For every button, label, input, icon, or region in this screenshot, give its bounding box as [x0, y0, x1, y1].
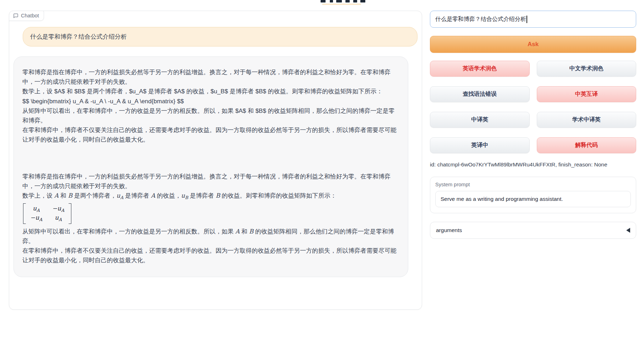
message-copy-gap — [22, 145, 399, 172]
bot-answer-raw: 零和博弈是指在博弈中，一方的利益损失必然等于另一方的利益增益。换言之，对于每一种… — [22, 67, 399, 145]
system-prompt-input[interactable]: Serve me as a writing and programming as… — [435, 191, 631, 207]
chatbot-label-text: Chatbot — [21, 13, 39, 18]
arguments-accordion-label: arguments — [436, 227, 462, 233]
text-caret — [526, 16, 527, 23]
matrix-cell: uA — [52, 214, 64, 223]
matrix-cell: −uA — [52, 204, 64, 214]
action-button-7[interactable]: 英译中 — [430, 137, 530, 153]
user-message-text: 什么是零和博弈？结合公式介绍分析 — [30, 33, 127, 40]
matrix-right-bracket — [69, 203, 71, 224]
action-button-6[interactable]: 学术中译英 — [537, 112, 637, 128]
action-button-grid: 英语学术润色中文学术润色查找语法错误中英互译中译英学术中译英英译中解释代码 — [430, 61, 636, 153]
user-message-bubble: 什么是零和博弈？结合公式介绍分析 — [23, 27, 417, 46]
bot-raw-paragraph: 从矩阵中可以看出，在零和博弈中，一方的收益是另一方的相反数。所以，如果 $A$ … — [22, 106, 399, 125]
chat-scroll-area[interactable]: 什么是零和博弈？结合公式介绍分析 零和博弈是指在博弈中，一方的利益损失必然等于另… — [9, 11, 422, 309]
chatbot-label: Chatbot — [9, 11, 44, 21]
bot-raw-paragraph: 数学上，设 $A$ 和 $B$ 是两个博弈者，$u_A$ 是博弈者 $A$ 的收… — [22, 87, 399, 96]
matrix-cells: uA−uA−uAuA — [26, 203, 69, 224]
bot-raw-paragraph: 零和博弈是指在博弈中，一方的利益损失必然等于另一方的利益增益。换言之，对于每一种… — [22, 67, 399, 87]
matrix-cell: −uA — [30, 214, 42, 223]
system-prompt-value: Serve me as a writing and programming as… — [441, 196, 563, 202]
clipped-page-title — [321, 0, 367, 6]
control-column: 什么是零和博弈？结合公式介绍分析 Ask 英语学术润色中文学术润色查找语法错误中… — [430, 11, 636, 239]
bot-rendered-paragraph: 数学上，设 A 和 B 是两个博弈者，uA 是博弈者 A 的收益，uB 是博弈者… — [22, 191, 399, 202]
bot-rendered-paragraph: 在零和博弈中，博弈者不仅要关注自己的收益，还需要考虑对手的收益。因为一方取得的收… — [22, 246, 399, 265]
action-button-2[interactable]: 中文学术润色 — [537, 61, 637, 77]
system-prompt-group: System prompt Serve me as a writing and … — [430, 177, 636, 213]
bot-raw-latex-line: $$ \begin{bmatrix} u_A & -u_A \ -u_A & u… — [22, 97, 399, 106]
payoff-matrix: uA−uA−uAuA — [23, 203, 71, 224]
system-prompt-label: System prompt — [435, 182, 631, 187]
chat-bubble-icon — [13, 13, 18, 18]
ask-button[interactable]: Ask — [430, 36, 636, 53]
bot-raw-paragraph: 在零和博弈中，博弈者不仅要关注自己的收益，还需要考虑对手的收益。因为一方取得的收… — [22, 125, 399, 144]
bot-answer-rendered: 零和博弈是指在博弈中，一方的利益损失必然等于另一方的利益增益。换言之，对于每一种… — [22, 172, 399, 265]
action-button-1[interactable]: 英语学术润色 — [430, 61, 530, 77]
bot-rendered-paragraph: 从矩阵中可以看出，在零和博弈中，一方的收益是另一方的相反数。所以，如果 A 和 … — [22, 227, 399, 246]
prompt-input[interactable]: 什么是零和博弈？结合公式介绍分析 — [430, 11, 636, 28]
matrix-cell: uA — [30, 204, 42, 214]
prompt-input-value: 什么是零和博弈？结合公式介绍分析 — [435, 16, 526, 23]
action-button-4[interactable]: 中英互译 — [537, 86, 637, 102]
bot-message-bubble: 零和博弈是指在博弈中，一方的利益损失必然等于另一方的利益增益。换言之，对于每一种… — [13, 56, 408, 277]
matrix-left-bracket — [23, 203, 26, 224]
status-line: id: chatcmpl-6wOo7KrYTwMl89lbrMWRu4UkFFX… — [430, 161, 636, 168]
collapse-arrow-icon — [626, 228, 630, 233]
bot-rendered-paragraph: 零和博弈是指在博弈中，一方的利益损失必然等于另一方的利益增益。换言之，对于每一种… — [22, 172, 399, 191]
action-button-3[interactable]: 查找语法错误 — [430, 86, 530, 102]
action-button-5[interactable]: 中译英 — [430, 112, 530, 128]
ask-button-label: Ask — [528, 41, 539, 48]
arguments-accordion-header[interactable]: arguments — [430, 222, 636, 239]
action-button-8[interactable]: 解释代码 — [537, 137, 637, 153]
chatbot-panel: Chatbot 什么是零和博弈？结合公式介绍分析 零和博弈是指在博弈中，一方的利… — [9, 11, 422, 310]
app-layout: Chatbot 什么是零和博弈？结合公式介绍分析 零和博弈是指在博弈中，一方的利… — [0, 0, 644, 310]
